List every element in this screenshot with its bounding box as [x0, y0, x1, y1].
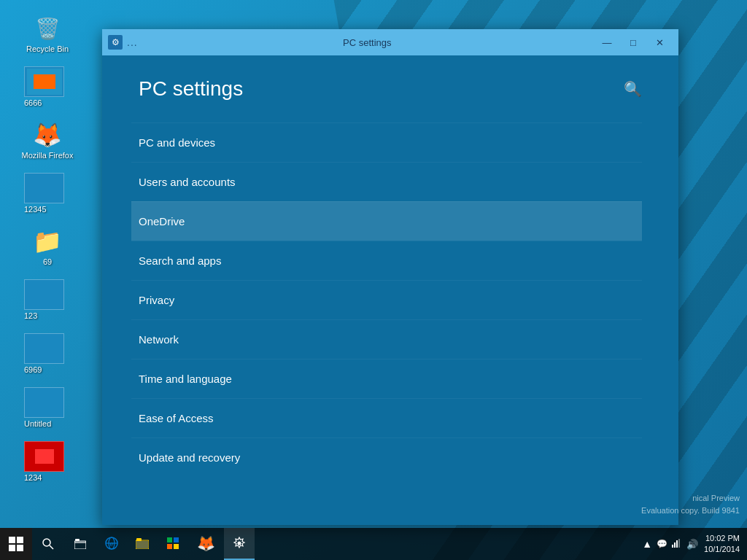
nav-item-privacy[interactable]: Privacy [131, 280, 642, 319]
svg-point-0 [43, 539, 50, 546]
svg-rect-17 [674, 542, 676, 548]
windows-logo [9, 537, 23, 551]
app-6666-label: 6666 [24, 98, 42, 107]
desktop: 🗑️ Recycle Bin 6666 🦊 Mozilla Firefox 12… [0, 0, 747, 560]
taskbar-settings-btn[interactable] [224, 528, 255, 560]
desktop-icon-6969[interactable]: 6969 [18, 330, 77, 377]
settings-nav: PC and devices Users and accounts OneDri… [139, 122, 642, 477]
app-6969-thumb [24, 333, 64, 364]
close-button[interactable]: ✕ [646, 29, 673, 55]
svg-rect-12 [174, 537, 179, 542]
nav-item-users-and-accounts[interactable]: Users and accounts [131, 162, 642, 201]
minimize-button[interactable]: — [594, 29, 620, 55]
desktop-icon-1234[interactable]: 1234 [18, 438, 77, 485]
app-6666-thumb [24, 66, 64, 97]
svg-rect-18 [676, 540, 678, 548]
app-12345-label: 12345 [24, 205, 47, 214]
nav-item-search-and-apps[interactable]: Search and apps [131, 241, 642, 280]
start-button[interactable] [0, 528, 32, 560]
watermark-line1: nical Preview [641, 492, 740, 505]
svg-rect-3 [75, 539, 80, 541]
svg-rect-11 [167, 537, 172, 542]
app-123-thumb [24, 279, 64, 310]
settings-content: PC settings 🔍 PC and devices Users and a… [102, 55, 678, 525]
svg-rect-13 [167, 544, 172, 549]
taskbar-ie-btn[interactable]: e [96, 528, 127, 560]
maximize-button[interactable]: □ [620, 29, 646, 55]
svg-text:e: e [109, 540, 113, 548]
svg-rect-19 [678, 539, 680, 548]
svg-rect-16 [672, 545, 673, 548]
desktop-icon-69[interactable]: 📁 69 [18, 224, 77, 269]
nav-item-network[interactable]: Network [131, 319, 642, 359]
app-1234-label: 1234 [24, 473, 42, 482]
desktop-icon-123[interactable]: 123 [18, 276, 77, 323]
taskbar-explorer-btn[interactable] [127, 528, 158, 560]
chevron-up-icon[interactable]: ▲ [642, 538, 652, 550]
firefox-icon: 🦊 [33, 120, 62, 149]
notification-icon[interactable]: 💬 [657, 539, 667, 549]
nav-item-onedrive[interactable]: OneDrive [131, 201, 642, 241]
app-1234-thumb [24, 441, 64, 472]
svg-rect-14 [174, 544, 179, 549]
recycle-bin-label: Recycle Bin [26, 44, 69, 53]
settings-heading: PC settings [139, 77, 243, 101]
nav-item-update-and-recovery[interactable]: Update and recovery [131, 438, 642, 477]
app-window: ⚙ ... PC settings — □ ✕ PC settings 🔍 PC… [102, 29, 678, 525]
svg-rect-10 [136, 541, 148, 548]
folder-69-label: 69 [43, 257, 52, 266]
app-6969-label: 6969 [24, 365, 42, 374]
taskbar: e 🦊 [0, 528, 747, 560]
taskbar-files-btn[interactable] [64, 528, 96, 560]
title-bar-controls: — □ ✕ [594, 29, 673, 55]
volume-icon[interactable]: 🔊 [686, 539, 698, 550]
nav-item-ease-of-access[interactable]: Ease of Access [131, 398, 642, 438]
clock-date: 10/1/2014 [704, 544, 740, 555]
firefox-label: Mozilla Firefox [22, 151, 74, 160]
clock-time: 10:02 PM [704, 533, 740, 544]
desktop-icon-untitled[interactable]: Untitled [18, 384, 77, 431]
network-icon[interactable] [672, 539, 682, 550]
title-bar: ⚙ ... PC settings — □ ✕ [102, 29, 678, 55]
system-tray-icons[interactable]: ▲ 💬 🔊 [642, 538, 698, 550]
folder-69-icon: 📁 [33, 227, 62, 256]
taskbar-firefox-btn[interactable]: 🦊 [188, 528, 224, 560]
app-123-label: 123 [24, 311, 37, 320]
desktop-icons-container: 🗑️ Recycle Bin 6666 🦊 Mozilla Firefox 12… [0, 0, 95, 485]
nav-item-time-and-language[interactable]: Time and language [131, 359, 642, 398]
taskbar-right: ▲ 💬 🔊 10:02 PM 10/1/2014 [635, 533, 747, 556]
eval-watermark: nical Preview Evaluation copy. Build 984… [641, 492, 740, 516]
title-bar-app-icon: ⚙ [108, 35, 123, 50]
taskbar-search-btn[interactable] [32, 528, 64, 560]
svg-point-15 [238, 542, 241, 545]
taskbar-clock[interactable]: 10:02 PM 10/1/2014 [704, 533, 740, 556]
nav-item-pc-and-devices[interactable]: PC and devices [131, 122, 642, 162]
title-bar-text: PC settings [141, 37, 594, 48]
untitled-label: Untitled [24, 419, 51, 428]
desktop-icon-6666[interactable]: 6666 [18, 63, 77, 110]
svg-rect-9 [136, 538, 142, 541]
watermark-line2: Evaluation copy. Build 9841 [641, 505, 740, 517]
settings-header: PC settings 🔍 [139, 77, 642, 101]
desktop-icon-recycle-bin[interactable]: 🗑️ Recycle Bin [18, 11, 77, 56]
app-12345-thumb [24, 173, 64, 203]
untitled-thumb [24, 387, 64, 418]
taskbar-store-btn[interactable] [158, 528, 188, 560]
recycle-bin-icon: 🗑️ [33, 14, 62, 43]
title-bar-dots: ... [127, 36, 138, 48]
settings-search-icon[interactable]: 🔍 [624, 80, 642, 98]
svg-line-1 [50, 545, 53, 549]
desktop-icon-12345[interactable]: 12345 [18, 170, 77, 217]
desktop-icon-firefox[interactable]: 🦊 Mozilla Firefox [18, 117, 77, 163]
